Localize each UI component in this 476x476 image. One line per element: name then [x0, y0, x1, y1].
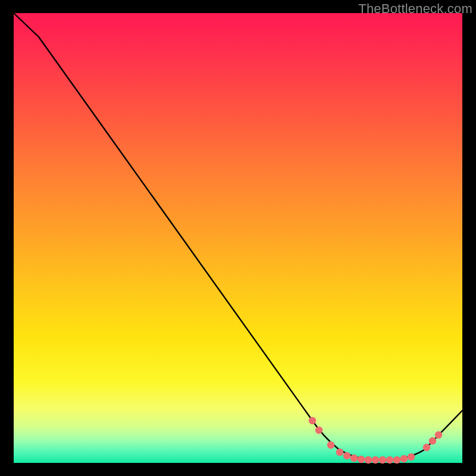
marker-dot	[358, 456, 365, 463]
marker-dot	[309, 417, 316, 424]
marker-dot	[379, 456, 386, 464]
marker-dot	[408, 453, 415, 461]
marker-dot	[372, 456, 379, 464]
chart-frame	[14, 13, 462, 463]
marker-dot	[423, 444, 430, 451]
marker-dot	[429, 437, 436, 444]
marker-dot	[336, 449, 343, 456]
marker-dot	[435, 431, 442, 439]
watermark-text: TheBottleneck.com	[358, 1, 472, 17]
chart-svg	[14, 13, 462, 463]
marker-dot	[343, 452, 350, 459]
marker-dot	[350, 455, 358, 462]
marker-dot	[327, 441, 334, 449]
marker-dot	[386, 456, 393, 464]
marker-dot	[393, 456, 400, 464]
bottleneck-curve	[14, 13, 462, 461]
marker-dot	[315, 427, 322, 434]
marker-dot	[365, 456, 372, 464]
marker-dot	[400, 455, 408, 462]
